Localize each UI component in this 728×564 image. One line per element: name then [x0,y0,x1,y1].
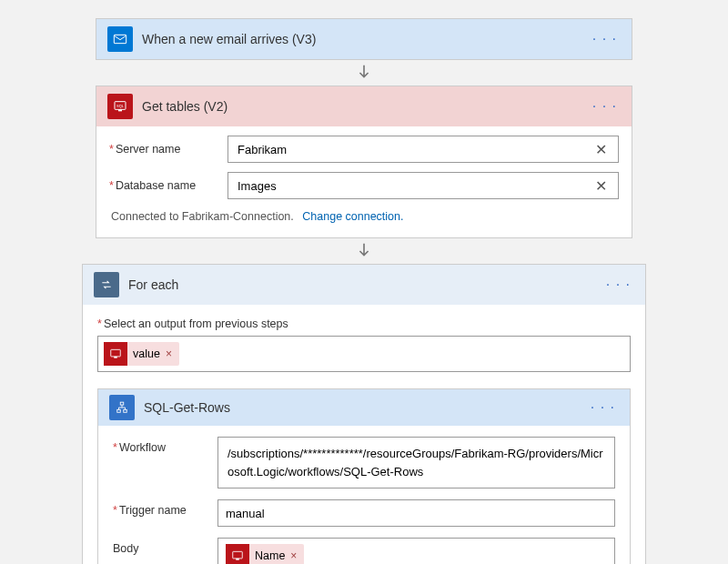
select-output-label: *Select an output from previous steps [97,317,631,330]
body-label: Body [113,538,217,564]
logic-app-icon [109,395,135,420]
for-each-title: For each [128,277,602,292]
for-each-menu[interactable]: · · · [602,277,634,293]
trigger-name-label: *Trigger name [113,499,217,527]
database-name-clear[interactable]: ✕ [592,177,611,195]
token-value-remove[interactable]: × [166,347,172,360]
svg-rect-0 [114,35,126,43]
svg-rect-8 [124,409,127,412]
svg-rect-9 [233,551,243,559]
sql-get-rows-card: SQL-Get-Rows · · · *Workflow /subscripti… [97,388,631,564]
svg-rect-2 [118,109,122,111]
sql-get-rows-title: SQL-Get-Rows [144,400,587,415]
flow-arrow-2 [0,241,728,261]
get-tables-card: SQL Get tables (V2) · · · *Server name ✕… [96,86,632,238]
sql-icon: SQL [107,94,133,119]
get-tables-title: Get tables (V2) [142,99,589,114]
loop-icon [94,272,119,297]
flow-arrow-1 [0,63,728,83]
svg-rect-4 [111,349,121,357]
change-connection-link[interactable]: Change connection. [302,210,403,223]
server-name-label: *Server name [109,143,228,156]
trigger-email-title: When a new email arrives (V3) [142,32,589,46]
svg-rect-5 [114,357,117,358]
get-tables-header[interactable]: SQL Get tables (V2) · · · [96,86,632,126]
for-each-header[interactable]: For each · · · [83,265,645,305]
sql-get-rows-menu[interactable]: · · · [587,399,619,416]
workflow-label: *Workflow [113,437,217,488]
token-value[interactable]: value × [104,342,179,366]
server-name-clear[interactable]: ✕ [592,141,611,158]
sql-get-rows-header[interactable]: SQL-Get-Rows · · · [98,389,630,426]
sql-token-icon-2 [226,544,249,564]
trigger-menu[interactable]: · · · [589,31,621,47]
token-name-remove[interactable]: × [290,549,297,562]
database-name-input[interactable] [236,178,592,194]
token-name[interactable]: Name × [226,544,304,564]
trigger-name-input[interactable]: manual [217,499,615,527]
server-name-input[interactable] [236,142,592,157]
svg-rect-7 [117,409,121,412]
connection-info: Connected to Fabrikam-Connection. Change… [109,208,619,225]
workflow-input[interactable]: /subscriptions/*************/resourceGro… [217,437,615,488]
outlook-icon [107,26,133,52]
for-each-card: For each · · · *Select an output from pr… [82,264,646,564]
server-name-input-wrap[interactable]: ✕ [228,136,619,163]
sql-token-icon [104,342,127,366]
select-output-box[interactable]: value × [97,336,631,372]
database-name-label: *Database name [109,179,228,192]
trigger-email-header[interactable]: When a new email arrives (V3) · · · [96,19,632,59]
svg-rect-10 [236,559,239,560]
database-name-input-wrap[interactable]: ✕ [228,172,619,199]
trigger-email-card: When a new email arrives (V3) · · · [96,18,632,60]
body-input[interactable]: Name × [217,538,615,564]
svg-rect-6 [120,402,124,405]
get-tables-menu[interactable]: · · · [589,98,621,115]
svg-text:SQL: SQL [116,104,125,108]
